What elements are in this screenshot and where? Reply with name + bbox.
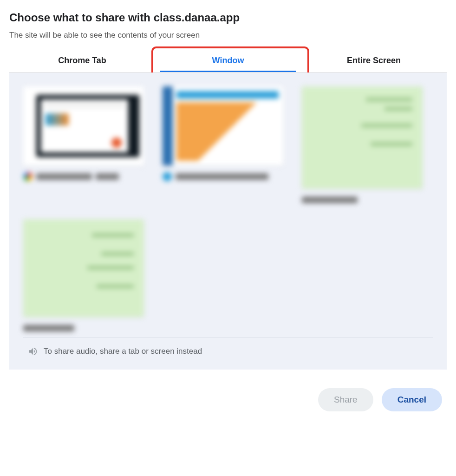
- window-thumbnail: [23, 219, 144, 317]
- window-label: [23, 323, 144, 334]
- tab-chrome-tab[interactable]: Chrome Tab: [9, 49, 155, 72]
- window-label: [163, 171, 283, 182]
- cancel-button[interactable]: Cancel: [382, 388, 442, 411]
- speaker-icon: [28, 346, 38, 357]
- window-list[interactable]: To share audio, share a tab or screen in…: [9, 73, 447, 370]
- dialog-subtitle: The site will be able to see the content…: [9, 31, 447, 40]
- tab-window[interactable]: Window: [155, 49, 301, 72]
- share-dialog: Choose what to share with class.danaa.ap…: [0, 0, 456, 370]
- window-name: [302, 197, 358, 203]
- audio-hint-text: To share audio, share a tab or screen in…: [44, 347, 202, 356]
- window-thumbnail: [23, 86, 144, 165]
- window-name: [176, 173, 268, 180]
- dialog-footer: Share Cancel: [0, 370, 456, 421]
- window-item[interactable]: [23, 86, 144, 205]
- app-icon: [163, 172, 172, 181]
- window-thumbnail: [163, 86, 283, 165]
- audio-hint-row: To share audio, share a tab or screen in…: [23, 337, 433, 365]
- window-label: [23, 171, 144, 182]
- window-thumbnail: [302, 86, 423, 189]
- dialog-title: Choose what to share with class.danaa.ap…: [9, 11, 447, 24]
- window-item[interactable]: [163, 86, 283, 205]
- window-grid: [23, 86, 433, 334]
- tab-bar: Chrome Tab Window Entire Screen: [9, 49, 447, 73]
- app-icon: [23, 172, 33, 181]
- window-name: [36, 173, 92, 180]
- window-name: [23, 325, 74, 331]
- window-name: [96, 173, 119, 180]
- share-button[interactable]: Share: [318, 388, 373, 411]
- window-item[interactable]: [302, 86, 423, 205]
- window-label: [302, 194, 423, 205]
- tab-entire-screen[interactable]: Entire Screen: [301, 49, 447, 72]
- window-item[interactable]: [23, 219, 144, 334]
